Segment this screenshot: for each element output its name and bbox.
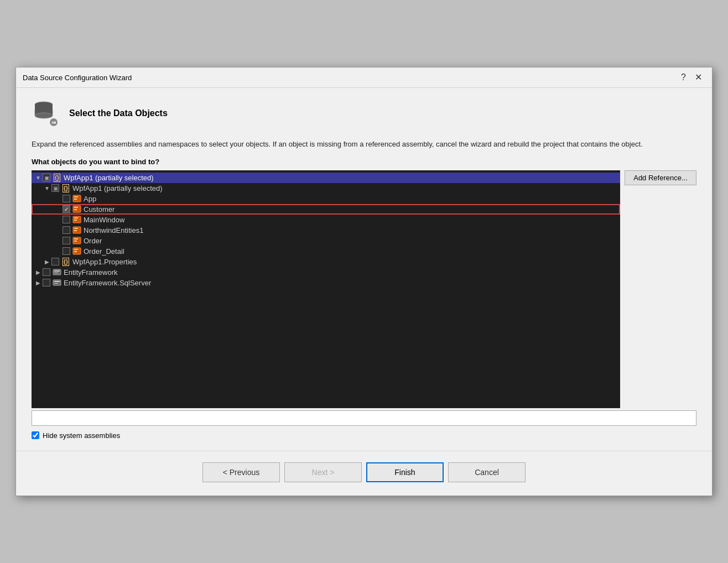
- svg-point-2: [35, 113, 53, 118]
- main-content: ⇒ Select the Data Objects Expand the ref…: [16, 88, 712, 451]
- finish-button[interactable]: Finish: [366, 462, 444, 482]
- tree-item-ef[interactable]: ▶ EntityFramework: [32, 267, 620, 278]
- previous-button[interactable]: < Previous: [202, 462, 280, 482]
- bottom-section: < Previous Next > Finish Cancel: [16, 451, 712, 496]
- tree-label-northwind: NorthwindEntities1: [84, 226, 143, 234]
- svg-rect-24: [74, 251, 77, 252]
- database-icon: ⇒: [32, 99, 60, 128]
- class-icon-orderdetail: [72, 247, 82, 255]
- search-bar: [32, 410, 696, 426]
- namespace-icon-root: {}: [52, 174, 62, 181]
- add-reference-button[interactable]: Add Reference...: [625, 170, 696, 185]
- dialog-title: Data Source Configuration Wizard: [23, 74, 132, 82]
- description-text: Expand the referenced assemblies and nam…: [32, 139, 696, 150]
- checkbox-customer[interactable]: ✓: [63, 205, 70, 213]
- class-icon-northwind: [72, 226, 82, 234]
- svg-rect-25: [53, 269, 61, 275]
- page-title: Select the Data Objects: [69, 108, 168, 118]
- svg-rect-28: [53, 280, 61, 285]
- hide-assemblies-checkbox[interactable]: [32, 431, 39, 439]
- namespace-icon-ns1: {}: [61, 184, 71, 192]
- tree-label-ef: EntityFramework: [64, 268, 118, 277]
- tree-label-mainwindow: MainWindow: [84, 216, 124, 224]
- assembly-icon-efsql: [52, 279, 62, 286]
- svg-rect-12: [74, 209, 77, 210]
- svg-rect-17: [74, 228, 78, 229]
- header-section: ⇒ Select the Data Objects: [32, 99, 696, 128]
- tree-item-orderdetail[interactable]: Order_Detail: [32, 246, 620, 257]
- checkbox-ef[interactable]: [43, 268, 50, 276]
- cancel-button[interactable]: Cancel: [448, 462, 526, 482]
- class-icon-order: [72, 237, 82, 244]
- svg-rect-15: [74, 220, 77, 221]
- checkbox-ns1[interactable]: ▣: [51, 184, 59, 192]
- hide-assemblies-row: Hide system assemblies: [32, 431, 696, 440]
- checkbox-efsql[interactable]: [43, 279, 50, 286]
- tree-item-mainwindow[interactable]: MainWindow: [32, 215, 620, 225]
- titlebar-buttons: ? ✕: [678, 72, 705, 83]
- close-button[interactable]: ✕: [691, 72, 705, 83]
- expand-arrow-root: ▼: [34, 175, 43, 181]
- class-icon-app: [72, 195, 82, 202]
- svg-rect-8: [74, 196, 78, 197]
- checkbox-root[interactable]: ▣: [43, 174, 50, 181]
- checkbox-order[interactable]: [63, 237, 70, 244]
- expand-arrow-efsql: ▶: [34, 280, 43, 286]
- checkbox-orderdetail[interactable]: [63, 247, 70, 255]
- expand-arrow-ns1: ▼: [43, 185, 51, 191]
- tree-item-root[interactable]: ▼ ▣ {} WpfApp1 (partially selected): [32, 173, 620, 183]
- assembly-icon-ef: [52, 268, 62, 276]
- svg-rect-26: [54, 270, 60, 272]
- svg-rect-18: [74, 230, 77, 231]
- tree-label-ns1: WpfApp1 (partially selected): [72, 184, 163, 192]
- tree-label-efsql: EntityFramework.SqlServer: [64, 279, 151, 287]
- svg-text:⇒: ⇒: [51, 119, 56, 126]
- svg-rect-30: [54, 283, 58, 284]
- tree-item-customer[interactable]: ✓ Customer: [32, 204, 620, 215]
- checkbox-props[interactable]: [51, 258, 59, 265]
- svg-rect-27: [54, 273, 58, 273]
- tree-label-orderdetail: Order_Detail: [84, 247, 124, 256]
- svg-rect-9: [74, 199, 77, 200]
- svg-rect-20: [74, 238, 78, 239]
- svg-rect-23: [74, 249, 78, 250]
- class-icon-mainwindow: [72, 216, 82, 223]
- svg-rect-11: [74, 207, 78, 208]
- class-icon-customer: [72, 205, 82, 213]
- checkbox-mainwindow[interactable]: [63, 216, 70, 223]
- help-button[interactable]: ?: [678, 72, 689, 83]
- tree-label-props: WpfApp1.Properties: [72, 258, 137, 266]
- tree-item-app[interactable]: App: [32, 194, 620, 204]
- expand-arrow-ef: ▶: [34, 269, 43, 275]
- checkbox-northwind[interactable]: [63, 226, 70, 234]
- hide-assemblies-label: Hide system assemblies: [43, 431, 120, 440]
- svg-rect-29: [54, 281, 60, 282]
- dialog: Data Source Configuration Wizard ? ✕ ⇒ S…: [15, 67, 713, 496]
- checkbox-app[interactable]: [63, 195, 70, 202]
- section-label: What objects do you want to bind to?: [32, 158, 696, 166]
- tree-item-ns1[interactable]: ▼ ▣ {} WpfApp1 (partially selected): [32, 183, 620, 194]
- svg-rect-21: [74, 241, 77, 242]
- tree-label-app: App: [84, 195, 96, 203]
- tree-label-order: Order: [84, 237, 102, 245]
- titlebar: Data Source Configuration Wizard ? ✕: [16, 67, 712, 88]
- tree-item-props[interactable]: ▶ {} WpfApp1.Properties: [32, 257, 620, 267]
- tree-item-northwind[interactable]: NorthwindEntities1: [32, 225, 620, 236]
- namespace-icon-props: {}: [61, 258, 71, 265]
- tree-item-order[interactable]: Order: [32, 236, 620, 246]
- tree-label-customer: Customer: [84, 205, 115, 213]
- tree-item-efsql[interactable]: ▶ EntityFramework.SqlServer: [32, 278, 620, 288]
- next-button[interactable]: Next >: [284, 462, 362, 482]
- expand-arrow-props: ▶: [43, 259, 51, 265]
- tree-wrapper: ▼ ▣ {} WpfApp1 (partially selected) ▼ ▣ …: [32, 170, 696, 408]
- tree-container[interactable]: ▼ ▣ {} WpfApp1 (partially selected) ▼ ▣ …: [32, 170, 620, 408]
- tree-label-root: WpfApp1 (partially selected): [64, 174, 154, 182]
- svg-rect-14: [74, 217, 78, 218]
